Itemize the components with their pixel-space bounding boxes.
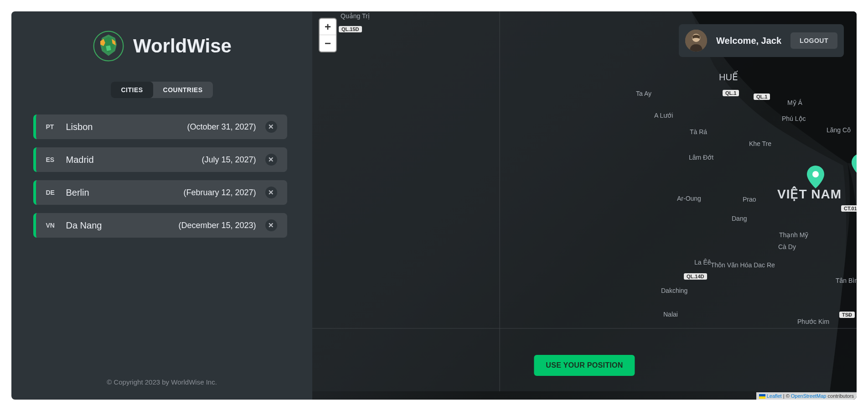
map-marker[interactable] [807,166,824,188]
city-list[interactable]: PT Lisbon (October 31, 2027) ✕ ES Madrid… [33,114,291,302]
zoom-controls: + − [319,18,337,52]
leaflet-link[interactable]: Leaflet [767,393,782,399]
user-panel: Welcome, Jack LOGOUT [679,24,844,57]
city-item[interactable]: VN Da Nang (December 15, 2023) ✕ [33,213,287,238]
tab-cities[interactable]: CITIES [111,82,153,98]
delete-city-button[interactable]: ✕ [265,121,277,133]
tabs: CITIES COUNTRIES [111,82,212,98]
delete-city-button[interactable]: ✕ [265,219,277,231]
copyright: © Copyright 2023 by WorldWise Inc. [107,378,217,386]
country-code: DE [46,189,57,196]
welcome-text: Welcome, Jack [716,36,781,46]
city-date: (October 31, 2027) [187,122,256,132]
logo-icon [92,30,125,62]
city-item[interactable]: ES Madrid (July 15, 2027) ✕ [33,147,287,172]
city-name: Lisbon [66,122,178,132]
city-date: (July 15, 2027) [202,155,256,165]
svg-point-5 [812,171,819,177]
map-attribution: Leaflet | © OpenStreetMap contributors [756,392,857,400]
sidebar: WorldWise CITIES COUNTRIES PT Lisbon (Oc… [11,11,312,400]
map[interactable]: Quảng TrịSịaHUẾTa AyA LướiTà RáMỹ ÁPhú L… [312,11,857,400]
map-marker[interactable] [852,154,857,177]
zoom-out-button[interactable]: − [320,35,336,52]
use-position-button[interactable]: USE YOUR POSITION [534,355,635,376]
delete-city-button[interactable]: ✕ [265,187,277,198]
zoom-in-button[interactable]: + [320,19,336,35]
country-code: VN [46,222,57,229]
map-background [312,11,857,400]
logo-text: WorldWise [133,35,232,57]
city-date: (February 12, 2027) [183,188,256,198]
tab-countries[interactable]: COUNTRIES [153,82,213,98]
svg-rect-7 [759,394,765,396]
city-item[interactable]: PT Lisbon (October 31, 2027) ✕ [33,114,287,139]
avatar [685,30,707,52]
city-date: (December 15, 2023) [178,221,256,230]
osm-link[interactable]: OpenStreetMap [791,393,827,399]
delete-city-button[interactable]: ✕ [265,154,277,166]
city-item[interactable]: DE Berlin (February 12, 2027) ✕ [33,180,287,205]
city-name: Madrid [66,155,193,165]
country-code: ES [46,156,57,163]
logo: WorldWise [92,30,232,62]
logout-button[interactable]: LOGOUT [790,32,837,49]
city-name: Da Nang [66,220,170,231]
svg-rect-8 [759,396,765,399]
country-code: PT [46,123,57,130]
city-name: Berlin [66,187,175,198]
